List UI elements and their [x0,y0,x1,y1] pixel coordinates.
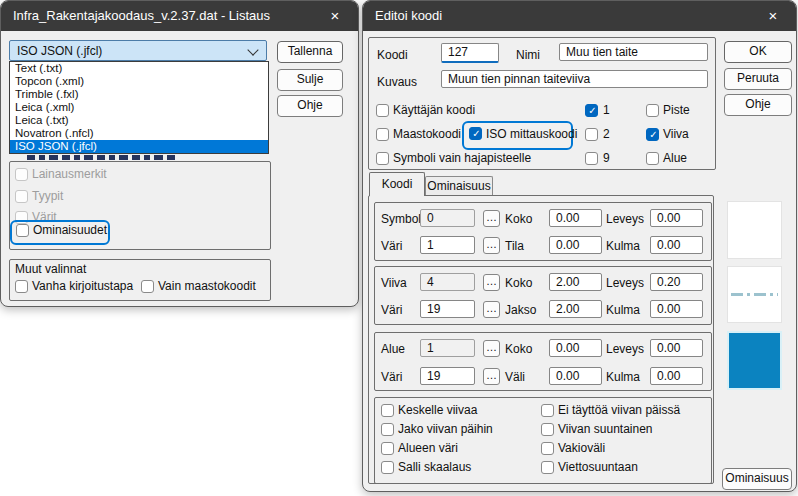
jakso-input[interactable]: 2.00 [549,300,602,318]
area-preview [727,331,782,390]
vain-maastokoodit-checkbox[interactable] [141,280,154,293]
koko-input[interactable]: 0.00 [549,339,602,357]
koko-input[interactable]: 0.00 [549,209,602,227]
alueen-vari-checkbox[interactable] [381,442,394,455]
layer-9-checkbox[interactable] [585,152,598,165]
dropdown-item-selected[interactable]: ISO JSON (.jfcl) [10,140,268,153]
viivan-suuntainen-label: Viivan suuntainen [558,423,653,436]
layer-2-label: 2 [603,128,610,141]
vari-input[interactable]: 19 [420,300,475,318]
vain-maastokoodit-label: Vain maastokoodit [158,280,256,293]
layer-1-checkbox[interactable] [585,104,598,117]
vari-browse-button[interactable]: … [483,237,500,254]
kulma-input[interactable]: 0.00 [650,300,703,318]
kuvaus-input[interactable]: Muun tien pinnan taiteviiva [441,70,708,88]
koko-label: Koko [505,277,532,290]
dropdown-item[interactable]: Text (.txt) [10,62,268,75]
editoi-titlebar: Editoi koodi × [363,1,796,31]
dash-dot-line-sample [731,293,778,296]
ei-tayttoa-checkbox[interactable] [541,404,554,417]
maastokoodi-label: Maastokoodi [393,128,461,141]
maastokoodi-checkbox[interactable] [376,128,389,141]
tab-ominaisuus[interactable]: Ominaisuus [425,176,493,195]
viettosuuntaan-checkbox[interactable] [541,461,554,474]
ohje-button[interactable]: Ohje [277,95,343,117]
viivan-suuntainen-checkbox[interactable] [541,423,554,436]
editoi-dialog-title: Editoi koodi [375,1,442,31]
editoi-koodi-dialog: Editoi koodi × Koodi 127 Nimi Muu tien t… [362,0,797,492]
viettosuuntaan-label: Viettosuuntaan [558,461,638,474]
ominaisuudet-checkbox[interactable] [16,224,29,237]
piste-checkbox[interactable] [646,104,659,117]
ok-button[interactable]: OK [724,41,792,63]
listaus-titlebar: Infra_Rakentajakoodaus_v.2.37.dat - List… [1,1,358,31]
tila-input[interactable]: 0.00 [549,236,602,254]
dropdown-item[interactable]: Topcon (.xml) [10,75,268,88]
ominaisuus-button[interactable]: Ominaisuus [722,468,792,490]
vari-input[interactable]: 19 [420,367,475,385]
keskelle-viivaa-checkbox[interactable] [381,404,394,417]
symboli-browse-button[interactable]: … [483,210,500,227]
kulma-label: Kulma [606,240,640,253]
ohje-button[interactable]: Ohje [724,94,792,116]
symboli-input: 0 [420,209,475,227]
ominaisuudet-label: Ominaisuudet [33,224,107,237]
vakiovali-label: Vakioväli [558,442,605,455]
tab-koodi[interactable]: Koodi [369,172,425,196]
layer-2-checkbox[interactable] [585,128,598,141]
koko-label: Koko [505,213,532,226]
kuvaus-label: Kuvaus [377,76,417,89]
kulma-label: Kulma [606,304,640,317]
koodi-input[interactable]: 127 [441,43,499,63]
symboli-vain-hajapisteelle-checkbox[interactable] [376,152,389,165]
alue-browse-button[interactable]: … [483,340,500,357]
kulma-label: Kulma [606,371,640,384]
ei-tayttoa-label: Ei täyttöä viivan päissä [558,404,680,417]
viiva-checkbox[interactable] [646,128,659,141]
leveys-input[interactable]: 0.20 [650,273,703,291]
kayttajan-koodi-checkbox[interactable] [376,104,389,117]
alue-checkbox[interactable] [646,152,659,165]
vari-label: Väri [381,371,402,384]
vali-input[interactable]: 0.00 [549,367,602,385]
viiva-browse-button[interactable]: … [483,274,500,291]
screen: Infra_Rakentajakoodaus_v.2.37.dat - List… [0,0,798,496]
koko-input[interactable]: 2.00 [549,273,602,291]
nimi-input[interactable]: Muu tien taite [559,43,708,61]
symbol-preview [727,201,782,259]
dropdown-item[interactable]: Novatron (.nfcl) [10,127,268,140]
tallenna-button[interactable]: Tallenna [277,41,343,63]
vari-browse-button[interactable]: … [483,368,500,385]
dropdown-item[interactable]: Leica (.txt) [10,114,268,127]
close-icon[interactable]: × [756,1,790,31]
iso-mittauskoodi-label: ISO mittauskoodi [486,128,577,141]
vari-input[interactable]: 1 [420,236,475,254]
symboli-label: Symboli [381,213,424,226]
jako-viivan-paihin-checkbox[interactable] [381,423,394,436]
leveys-input[interactable]: 0.00 [650,339,703,357]
lainausmerkit-label: Lainausmerkit [32,168,107,181]
format-combobox[interactable]: ISO JSON (.jfcl) [9,40,267,61]
muut-valinnat-caption: Muut valinnat [15,263,86,276]
dropdown-item[interactable]: Trimble (.fxl) [10,88,268,101]
koko-label: Koko [505,343,532,356]
iso-mittauskoodi-checkbox[interactable] [469,127,482,140]
viiva-type-label: Viiva [381,277,407,290]
peruuta-button[interactable]: Peruuta [724,68,792,90]
alue-type-label: Alue [381,343,405,356]
vakiovali-checkbox[interactable] [541,442,554,455]
leveys-input[interactable]: 0.00 [650,209,703,227]
kulma-input[interactable]: 0.00 [650,236,703,254]
varit-checkbox [15,211,28,224]
kulma-input[interactable]: 0.00 [650,367,703,385]
vanha-kirjoitustapa-checkbox[interactable] [15,280,28,293]
listaus-dialog: Infra_Rakentajakoodaus_v.2.37.dat - List… [0,0,359,307]
viiva-type-input: 4 [420,273,475,291]
alueen-vari-label: Alueen väri [398,442,458,455]
sulje-button[interactable]: Sulje [277,69,343,91]
close-icon[interactable]: × [318,1,352,31]
dropdown-item[interactable]: Leica (.xml) [10,101,268,114]
vari-browse-button[interactable]: … [483,301,500,318]
salli-skaalaus-checkbox[interactable] [381,461,394,474]
keskelle-viivaa-label: Keskelle viivaa [398,404,477,417]
